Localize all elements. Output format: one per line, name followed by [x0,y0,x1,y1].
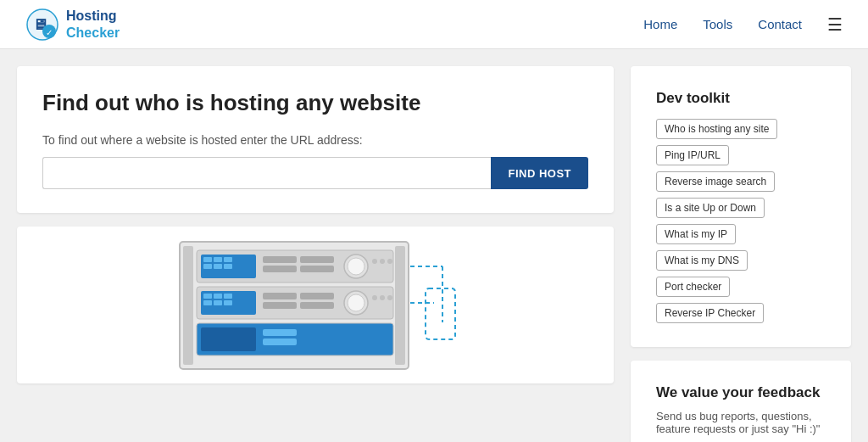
toolkit-tag[interactable]: Port checker [656,277,730,297]
svg-rect-18 [300,266,334,272]
svg-point-20 [348,258,364,275]
toolkit-tag[interactable]: Reverse image search [656,171,775,192]
svg-rect-12 [214,264,222,269]
dev-toolkit-title: Dev toolkit [656,90,826,107]
svg-rect-6 [395,246,405,365]
right-column: Dev toolkit Who is hosting any sitePing … [631,66,851,442]
feedback-title: We value your feedback [656,384,826,401]
feedback-description: Send us bug reports, questions, feature … [656,410,826,435]
svg-rect-11 [214,257,222,262]
server-illustration [17,227,614,383]
logo-hosting: Hosting [66,8,120,24]
svg-point-39 [380,295,385,300]
svg-rect-14 [224,264,232,269]
logo-text: Hosting Checker [66,8,120,40]
nav-home[interactable]: Home [643,17,677,31]
svg-rect-28 [214,294,222,299]
svg-rect-43 [263,329,297,336]
hamburger-icon[interactable]: ☰ [827,14,843,35]
svg-rect-42 [201,327,256,351]
svg-point-21 [372,259,377,264]
left-column: Find out who is hosting any website To f… [17,66,614,442]
svg-point-38 [372,295,377,300]
svg-rect-15 [263,256,297,263]
hero-title: Find out who is hosting any website [42,90,588,116]
svg-rect-32 [263,293,297,299]
server-svg [171,238,459,373]
search-row: FIND HOST [42,157,588,189]
toolkit-tag[interactable]: What is my DNS [656,250,748,271]
svg-rect-17 [300,256,334,263]
feedback-card: We value your feedback Send us bug repor… [631,361,851,442]
svg-rect-29 [214,300,222,305]
site-header: 🖥 ✓ Hosting Checker Home Tools Contact ☰ [0,0,868,49]
page-content: Find out who is hosting any website To f… [0,49,868,442]
svg-point-40 [387,295,392,300]
toolkit-tag[interactable]: Reverse IP Checker [656,303,764,323]
toolkit-tag[interactable]: Ping IP/URL [656,145,729,165]
svg-rect-30 [224,294,232,299]
svg-rect-35 [300,302,334,309]
svg-rect-13 [224,257,232,262]
hero-subtitle: To find out where a website is hosted en… [42,133,588,147]
svg-point-37 [348,294,364,311]
svg-rect-31 [224,300,232,305]
toolkit-tag[interactable]: Is a site Up or Down [656,198,765,218]
dev-toolkit-card: Dev toolkit Who is hosting any sitePing … [631,66,851,347]
svg-rect-16 [263,266,297,272]
svg-rect-48 [426,288,455,339]
svg-rect-27 [203,300,212,305]
url-input[interactable] [42,157,491,189]
svg-point-22 [380,259,385,264]
svg-rect-10 [203,264,212,269]
svg-point-23 [387,259,392,264]
logo-icon: 🖥 ✓ [25,8,59,42]
nav-contact[interactable]: Contact [758,17,802,31]
find-host-button[interactable]: FIND HOST [491,157,588,189]
svg-rect-33 [263,302,297,309]
toolkit-tag[interactable]: What is my IP [656,224,736,244]
hero-card: Find out who is hosting any website To f… [17,66,614,213]
toolkit-tag[interactable]: Who is hosting any site [656,119,777,139]
svg-rect-34 [300,293,334,299]
svg-rect-5 [183,246,193,365]
server-card [17,227,614,383]
svg-rect-44 [263,338,297,345]
main-nav: Home Tools Contact ☰ [643,14,843,35]
toolkit-tags: Who is hosting any sitePing IP/URLRevers… [656,119,826,323]
svg-rect-9 [203,257,212,262]
svg-text:✓: ✓ [46,28,53,37]
svg-rect-26 [203,294,212,299]
logo-checker: Checker [66,25,120,41]
logo-area: 🖥 ✓ Hosting Checker [25,8,120,42]
nav-tools[interactable]: Tools [703,17,732,31]
